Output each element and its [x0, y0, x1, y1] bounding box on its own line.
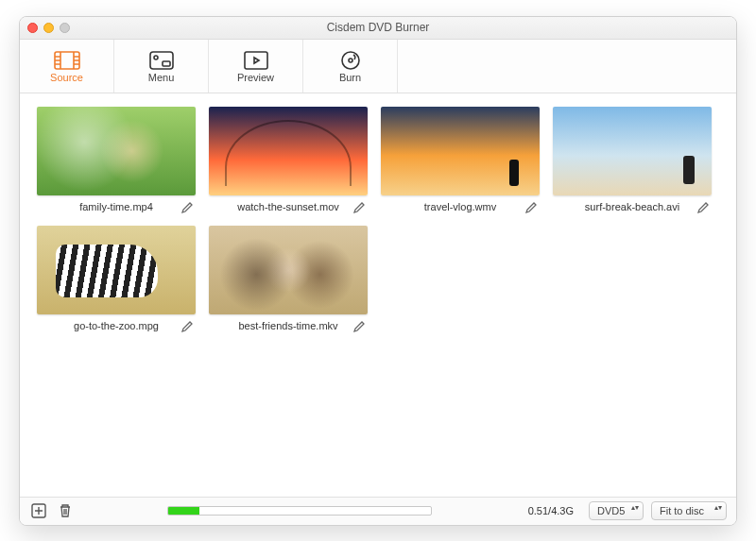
file-name: travel-vlog.wmv — [424, 201, 496, 212]
caption-row: surf-break-beach.avi — [553, 201, 712, 212]
svg-rect-11 — [163, 61, 170, 66]
content-area: family-time.mp4 watch-the-sunset.mov — [20, 93, 736, 497]
size-text: 0.51/4.3G — [528, 505, 574, 516]
file-name: surf-break-beach.avi — [585, 201, 679, 212]
main-tabs: Source Menu Preview — [20, 40, 736, 93]
minimize-window-button[interactable] — [43, 23, 54, 33]
window-title: Cisdem DVD Burner — [327, 21, 430, 34]
close-window-button[interactable] — [27, 23, 38, 33]
tab-label: Source — [50, 72, 83, 83]
video-card[interactable]: watch-the-sunset.mov — [209, 107, 368, 212]
fit-value: Fit to disc — [660, 505, 704, 516]
tab-source[interactable]: Source — [20, 40, 114, 93]
fit-select[interactable]: Fit to disc ▴▾ — [651, 501, 727, 520]
video-thumbnail[interactable] — [553, 107, 712, 195]
video-thumbnail[interactable] — [209, 226, 368, 314]
disc-type-select[interactable]: DVD5 ▴▾ — [589, 501, 644, 520]
video-card[interactable]: travel-vlog.wmv — [381, 107, 540, 212]
svg-marker-13 — [254, 58, 259, 63]
svg-point-14 — [342, 52, 359, 69]
video-card[interactable]: surf-break-beach.avi — [553, 107, 712, 212]
zoom-window-button[interactable] — [60, 23, 70, 33]
delete-button[interactable] — [56, 501, 75, 520]
edit-icon[interactable] — [352, 320, 368, 335]
film-icon — [54, 49, 80, 72]
caption-row: best-friends-time.mkv — [209, 320, 368, 331]
file-name: watch-the-sunset.mov — [237, 201, 339, 212]
capacity-progress-fill — [168, 507, 199, 515]
file-name: family-time.mp4 — [79, 201, 153, 212]
capacity-progress — [167, 506, 432, 516]
video-grid: family-time.mp4 watch-the-sunset.mov — [37, 107, 719, 331]
tab-label: Preview — [237, 72, 274, 83]
caption-row: go-to-the-zoo.mpg — [37, 320, 196, 331]
burn-disc-icon — [340, 49, 361, 72]
add-button[interactable] — [29, 501, 48, 520]
stepper-arrows-icon: ▴▾ — [714, 504, 722, 512]
titlebar: Cisdem DVD Burner — [20, 17, 736, 40]
preview-play-icon — [244, 49, 268, 72]
caption-row: family-time.mp4 — [37, 201, 196, 212]
svg-point-15 — [349, 59, 352, 62]
edit-icon[interactable] — [180, 320, 196, 335]
caption-row: travel-vlog.wmv — [381, 201, 540, 212]
video-thumbnail[interactable] — [381, 107, 540, 195]
stepper-arrows-icon: ▴▾ — [631, 504, 639, 512]
file-name: go-to-the-zoo.mpg — [74, 320, 159, 331]
traffic-lights — [27, 23, 70, 33]
tab-burn[interactable]: Burn — [303, 40, 398, 93]
file-name: best-friends-time.mkv — [238, 320, 337, 331]
edit-icon[interactable] — [352, 201, 368, 216]
footer-bar: 0.51/4.3G DVD5 ▴▾ Fit to disc ▴▾ — [20, 497, 736, 525]
tab-menu[interactable]: Menu — [114, 40, 209, 93]
edit-icon[interactable] — [696, 201, 712, 216]
video-thumbnail[interactable] — [209, 107, 368, 195]
app-window: Cisdem DVD Burner Source Menu — [19, 16, 737, 526]
disc-type-value: DVD5 — [597, 505, 625, 516]
menu-layout-icon — [149, 49, 174, 72]
svg-rect-12 — [245, 52, 267, 69]
video-thumbnail[interactable] — [37, 107, 196, 195]
video-card[interactable]: go-to-the-zoo.mpg — [37, 226, 196, 331]
svg-point-10 — [154, 56, 158, 59]
edit-icon[interactable] — [180, 201, 196, 216]
caption-row: watch-the-sunset.mov — [209, 201, 368, 212]
video-card[interactable]: best-friends-time.mkv — [209, 226, 368, 331]
tab-label: Menu — [148, 72, 175, 83]
edit-icon[interactable] — [524, 201, 540, 216]
video-card[interactable]: family-time.mp4 — [37, 107, 196, 212]
tab-preview[interactable]: Preview — [209, 40, 303, 93]
tab-label: Burn — [339, 72, 361, 83]
video-thumbnail[interactable] — [37, 226, 196, 314]
